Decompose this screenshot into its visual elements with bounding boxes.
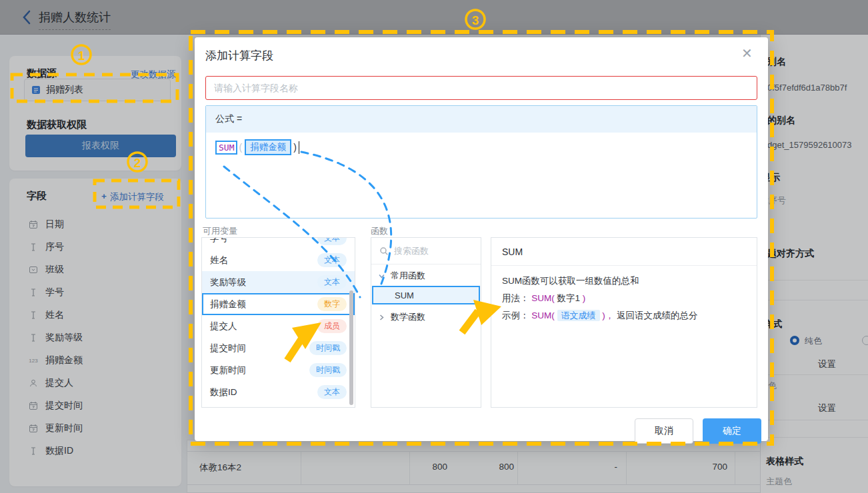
formula-expression: SUM ( 捐赠金额 ) [215,139,299,155]
variable-name: 学号 [210,237,228,245]
functions-box: 常用函数 SUM 数学函数 [371,237,481,408]
formula-close-paren: ) [293,142,297,153]
variable-name: 提交时间 [210,342,246,354]
usage-fn: SUM( [531,293,555,303]
variable-row[interactable]: 学号文本 [202,237,355,249]
variable-name: 姓名 [210,254,228,266]
formula-prefix: 公式 = [206,106,757,133]
formula-open-paren: ( [239,142,242,153]
variable-name: 更新时间 [210,364,246,376]
function-search[interactable] [371,238,481,264]
close-icon[interactable]: ✕ [741,45,753,61]
variable-row-selected[interactable]: 捐赠金额数字 [202,293,355,315]
text-cursor [299,141,300,154]
variable-name: 奖励等级 [210,276,246,288]
variable-row[interactable]: 数据ID文本 [202,381,355,403]
calc-field-name-input[interactable] [205,76,757,100]
variable-name: 数据ID [210,386,237,398]
function-detail: SUM SUM函数可以获取一组数值的总和 用法： SUM( 数字1 ) 示例： … [491,237,757,408]
variable-row[interactable]: 奖励等级文本 [202,271,355,293]
formula-token-sum[interactable]: SUM [215,141,237,155]
variable-row[interactable]: 更新时间时间戳 [202,359,355,381]
variable-name: 捐赠金额 [210,298,246,310]
tree-group-label: 常用函数 [391,270,425,282]
type-badge: 数字 [317,297,347,311]
modal-backdrop-top [0,0,868,35]
type-badge: 文本 [317,385,347,399]
scrollbar-thumb[interactable] [349,290,353,405]
type-badge: 文本 [317,237,347,245]
function-example: 示例： SUM( 语文成绩 )， 返回语文成绩的总分 [502,310,698,322]
app-root: 捐赠人数统计 数据源 更改数据源 捐赠列表 数据获取权限 报表权限 字段 + 添… [0,0,868,493]
variables-list: 学号文本 姓名文本 奖励等级文本 捐赠金额数字 提交人成员 提交时间时间戳 更新… [201,237,355,408]
usage-arg: 数字1 [557,293,581,303]
type-badge: 时间戳 [309,341,347,355]
search-icon [379,246,389,256]
variable-row[interactable]: 提交时间时间戳 [202,337,355,359]
modal-title: 添加计算字段 [205,48,273,63]
type-badge: 文本 [317,253,347,267]
function-usage: 用法： SUM( 数字1 ) [502,292,585,304]
tree-group-label: 数学函数 [391,311,425,323]
usage-close: ) [583,293,586,303]
example-prefix: 示例： [502,310,529,320]
ok-button[interactable]: 确定 [703,418,761,444]
cancel-button[interactable]: 取消 [635,418,693,444]
example-close: )， [602,310,614,320]
variable-row[interactable]: 提交人成员 [202,315,355,337]
tree-item-sum[interactable]: SUM [372,286,480,304]
function-search-input[interactable] [394,246,467,256]
chevron-down-icon [378,272,385,280]
function-detail-title: SUM [491,238,757,266]
example-field-chip: 语文成绩 [557,310,600,321]
example-fn: SUM( [531,310,555,320]
usage-prefix: 用法： [502,293,529,303]
formula-editor[interactable]: 公式 = SUM ( 捐赠金额 ) [205,105,757,219]
type-badge: 时间戳 [309,363,347,377]
example-suffix: 返回语文成绩的总分 [617,310,698,320]
tree-group-common[interactable]: 常用函数 [378,270,425,282]
add-calc-field-modal: 添加计算字段 ✕ 公式 = SUM ( 捐赠金额 ) 可用变量 函数 学号文本 … [195,37,768,441]
variable-name: 提交人 [210,320,237,332]
function-description: SUM函数可以获取一组数值的总和 [502,275,639,287]
chevron-right-icon [378,314,385,321]
variable-row[interactable]: 姓名文本 [202,249,355,271]
formula-token-field[interactable]: 捐赠金额 [245,139,291,155]
functions-label: 函数 [371,225,388,237]
variables-label: 可用变量 [203,225,237,237]
type-badge: 成员 [317,319,347,333]
tree-group-math[interactable]: 数学函数 [378,311,425,323]
type-badge: 文本 [317,275,347,289]
